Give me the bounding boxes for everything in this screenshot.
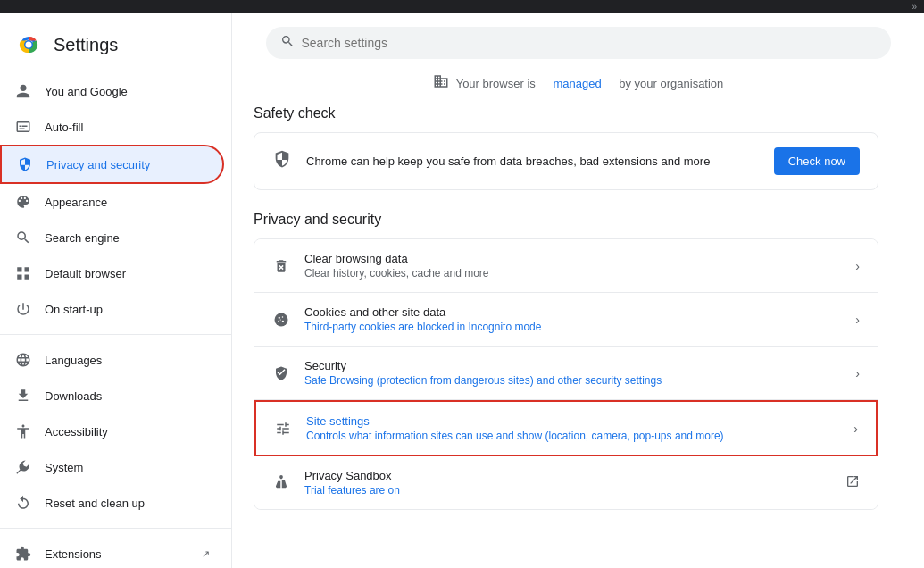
flask-icon	[272, 474, 290, 492]
sidebar-item-label: Downloads	[45, 389, 210, 403]
sidebar-item-languages[interactable]: Languages	[0, 342, 224, 378]
search-magnifier-icon	[280, 34, 295, 52]
sidebar-item-label: Default browser	[45, 267, 210, 280]
puzzle-icon	[14, 545, 32, 563]
sidebar-item-search-engine[interactable]: Search engine	[0, 220, 224, 255]
person-icon	[14, 82, 32, 100]
cookies-title: Cookies and other site data	[304, 305, 841, 319]
sidebar-item-label: You and Google	[45, 85, 210, 98]
privacy-settings-list: Clear browsing data Clear history, cooki…	[254, 238, 878, 510]
privacy-sandbox-text: Privacy Sandbox Trial features are on	[304, 469, 831, 497]
search-input[interactable]	[302, 36, 877, 50]
sidebar-item-accessibility[interactable]: Accessibility	[0, 413, 224, 449]
sidebar-divider-2	[0, 528, 231, 529]
main-content: Your browser is managed by your organisa…	[232, 13, 924, 568]
sidebar-item-downloads[interactable]: Downloads	[0, 378, 224, 413]
sidebar-item-label: Search engine	[45, 231, 210, 245]
svg-point-10	[280, 319, 281, 320]
shield-icon	[16, 155, 34, 173]
sidebar-item-label: Privacy and security	[46, 158, 208, 171]
privacy-sandbox-title: Privacy Sandbox	[304, 469, 831, 482]
site-settings-row[interactable]: Site settings Controls what information …	[254, 400, 878, 456]
site-settings-subtitle: Controls what information sites can use …	[306, 430, 839, 442]
sidebar-item-default-browser[interactable]: Default browser	[0, 255, 224, 291]
search-bar	[266, 27, 891, 59]
sidebar-item-label: System	[45, 461, 210, 474]
security-text: Security Safe Browsing (protection from …	[304, 359, 841, 387]
cookies-subtitle: Third-party cookies are blocked in Incog…	[304, 321, 841, 333]
privacy-sandbox-subtitle: Trial features are on	[304, 484, 831, 497]
sidebar-item-label: Accessibility	[45, 425, 210, 439]
external-link-icon: ↗	[202, 548, 210, 560]
check-now-button[interactable]: Check now	[774, 147, 860, 175]
clear-browsing-subtitle: Clear history, cookies, cache and more	[304, 267, 841, 280]
managed-text-after: by your organisation	[619, 77, 723, 90]
chrome-logo	[14, 30, 43, 59]
safety-check-description: Chrome can help keep you safe from data …	[306, 155, 760, 168]
row-arrow-icon: ›	[853, 422, 858, 436]
row-arrow-icon: ›	[855, 313, 860, 327]
security-title: Security	[304, 359, 841, 372]
sidebar-item-autofill[interactable]: Auto-fill	[0, 109, 224, 145]
sidebar-item-appearance[interactable]: Appearance	[0, 184, 224, 220]
sidebar-item-privacy-security[interactable]: Privacy and security	[0, 145, 224, 184]
cookies-row[interactable]: Cookies and other site data Third-party …	[254, 293, 878, 347]
sidebar-item-label: Auto-fill	[45, 121, 210, 134]
top-bar: »	[0, 0, 924, 13]
sidebar-header: Settings	[0, 21, 231, 73]
managed-text-before: Your browser is	[456, 77, 536, 90]
sidebar-item-system[interactable]: System	[0, 449, 224, 485]
sidebar-item-reset-clean[interactable]: Reset and clean up	[0, 485, 224, 521]
sidebar-divider	[0, 334, 231, 335]
privacy-section-title: Privacy and security	[254, 212, 903, 228]
search-bar-container	[232, 13, 924, 68]
sidebar-item-label: Appearance	[45, 196, 210, 209]
sidebar-item-extensions[interactable]: Extensions ↗	[0, 536, 224, 568]
sliders-icon	[274, 420, 292, 438]
wrench-icon	[14, 458, 32, 476]
search-icon	[14, 229, 32, 246]
privacy-sandbox-row[interactable]: Privacy Sandbox Trial features are on	[254, 456, 878, 509]
sidebar-item-label: Languages	[45, 354, 210, 367]
shield-check-icon	[272, 364, 290, 382]
site-settings-text: Site settings Controls what information …	[306, 414, 839, 442]
safety-check-title: Safety check	[254, 105, 903, 121]
svg-point-7	[282, 316, 284, 318]
safety-shield-icon	[272, 149, 292, 173]
managed-link[interactable]: managed	[553, 77, 601, 90]
sidebar-item-label: On start-up	[45, 303, 210, 316]
sidebar-item-on-startup[interactable]: On start-up	[0, 291, 224, 327]
row-arrow-icon: ›	[855, 366, 860, 380]
external-link-icon	[845, 474, 860, 491]
clear-browsing-row[interactable]: Clear browsing data Clear history, cooki…	[254, 239, 878, 293]
globe-icon	[14, 351, 32, 369]
cookies-text: Cookies and other site data Third-party …	[304, 305, 841, 333]
sidebar-title: Settings	[54, 35, 118, 55]
svg-point-8	[278, 320, 279, 322]
accessibility-icon	[14, 422, 32, 440]
clear-browsing-title: Clear browsing data	[304, 252, 841, 265]
sidebar-item-label: Extensions	[45, 547, 189, 561]
svg-point-4	[26, 42, 32, 48]
svg-point-6	[279, 316, 280, 318]
section-content: Safety check Chrome can help keep you sa…	[232, 105, 924, 510]
clear-browsing-text: Clear browsing data Clear history, cooki…	[304, 252, 841, 280]
sidebar-item-you-and-google[interactable]: You and Google	[0, 73, 224, 109]
site-settings-title: Site settings	[306, 414, 839, 428]
sidebar-item-label: Reset and clean up	[45, 497, 210, 510]
grid-icon	[14, 264, 32, 282]
row-arrow-icon: ›	[855, 259, 860, 273]
sidebar: Settings You and Google Auto-fill Privac…	[0, 13, 232, 568]
svg-point-5	[275, 313, 288, 326]
security-subtitle: Safe Browsing (protection from dangerous…	[304, 374, 841, 387]
svg-point-9	[282, 320, 284, 322]
safety-check-card: Chrome can help keep you safe from data …	[254, 132, 878, 190]
main-container: Settings You and Google Auto-fill Privac…	[0, 13, 924, 568]
managed-building-icon	[433, 73, 449, 93]
palette-icon	[14, 193, 32, 211]
trash-icon	[272, 257, 290, 275]
managed-bar: Your browser is managed by your organisa…	[232, 68, 924, 105]
reset-icon	[14, 494, 32, 512]
badge-icon	[14, 118, 32, 136]
security-row[interactable]: Security Safe Browsing (protection from …	[254, 347, 878, 400]
